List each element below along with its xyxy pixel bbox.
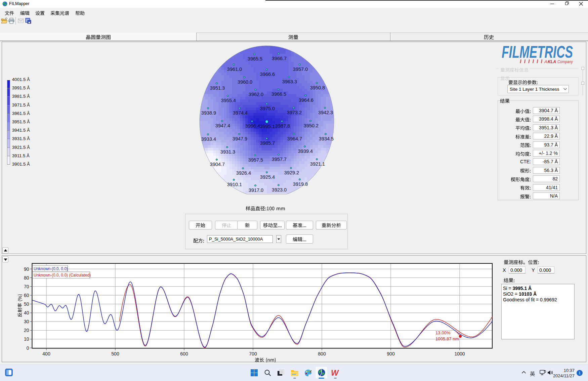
svg-text:40: 40 xyxy=(24,310,29,315)
svg-text:90: 90 xyxy=(24,266,29,272)
svg-text:30: 30 xyxy=(24,319,29,324)
svg-text:500: 500 xyxy=(111,351,119,356)
svg-text:13.00%: 13.00% xyxy=(435,330,451,335)
svg-text:Unknown-(0.0, 0.0): Unknown-(0.0, 0.0) xyxy=(34,266,68,271)
svg-text:0: 0 xyxy=(27,345,29,351)
svg-text:700: 700 xyxy=(249,351,257,356)
svg-text:800: 800 xyxy=(318,351,326,356)
svg-text:70: 70 xyxy=(24,284,29,289)
svg-text:400: 400 xyxy=(42,351,50,356)
svg-text:20: 20 xyxy=(24,328,29,333)
svg-text:600: 600 xyxy=(180,351,188,356)
svg-text:60: 60 xyxy=(24,293,29,298)
svg-text:Unknown-(0.0, 0.0) (Calculated: Unknown-(0.0, 0.0) (Calculated) xyxy=(34,273,91,278)
svg-text:900: 900 xyxy=(387,351,395,356)
svg-text:1000: 1000 xyxy=(454,351,465,356)
svg-text:80: 80 xyxy=(24,275,29,281)
svg-text:1005.87 nm: 1005.87 nm xyxy=(435,336,459,341)
svg-text:50: 50 xyxy=(24,301,29,307)
svg-text:10: 10 xyxy=(24,336,29,342)
